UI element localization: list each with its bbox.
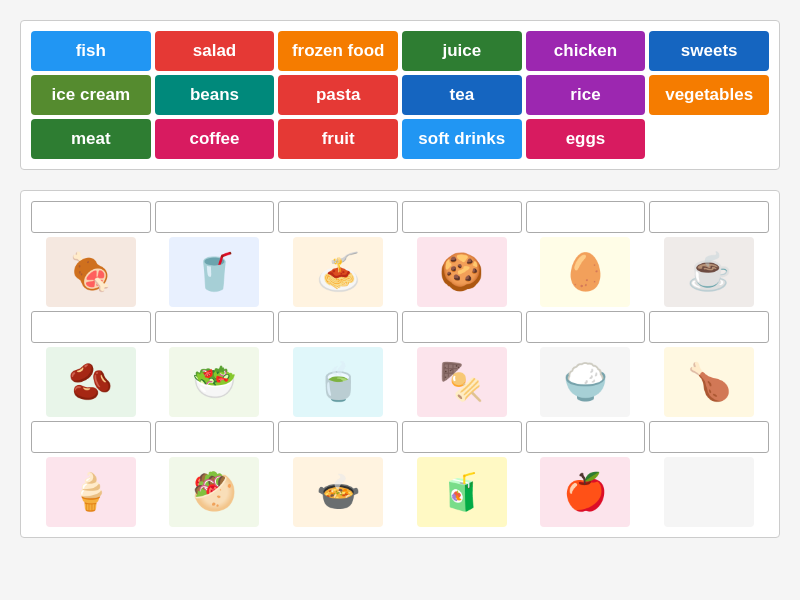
drop-box-r0-c1[interactable]: [155, 201, 275, 233]
food-image-r2-c5: [664, 457, 754, 527]
empty-chip: [649, 119, 769, 159]
word-bank: fishsaladfrozen foodjuicechickensweetsic…: [20, 20, 780, 170]
word-chip-salad[interactable]: salad: [155, 31, 275, 71]
word-chip-beans[interactable]: beans: [155, 75, 275, 115]
word-grid: fishsaladfrozen foodjuicechickensweetsic…: [31, 31, 769, 159]
drop-box-r1-c5[interactable]: [649, 311, 769, 343]
image-cell-r1-c5: 🍗: [649, 311, 769, 417]
word-chip-pasta[interactable]: pasta: [278, 75, 398, 115]
food-image-r1-c4: 🍚: [540, 347, 630, 417]
word-chip-frozen-food[interactable]: frozen food: [278, 31, 398, 71]
word-chip-coffee[interactable]: coffee: [155, 119, 275, 159]
word-chip-rice[interactable]: rice: [526, 75, 646, 115]
food-image-r1-c3: 🍢: [417, 347, 507, 417]
drop-box-r2-c4[interactable]: [526, 421, 646, 453]
food-image-r0-c0: 🍖: [46, 237, 136, 307]
drop-box-r2-c2[interactable]: [278, 421, 398, 453]
food-image-r0-c2: 🍝: [293, 237, 383, 307]
drop-box-r2-c3[interactable]: [402, 421, 522, 453]
food-image-r2-c1: 🥙: [169, 457, 259, 527]
drop-box-r1-c0[interactable]: [31, 311, 151, 343]
food-image-r2-c0: 🍦: [46, 457, 136, 527]
image-cell-r2-c4: 🍎: [526, 421, 646, 527]
drop-box-r0-c3[interactable]: [402, 201, 522, 233]
word-chip-tea[interactable]: tea: [402, 75, 522, 115]
word-chip-eggs[interactable]: eggs: [526, 119, 646, 159]
image-cell-r1-c2: 🍵: [278, 311, 398, 417]
image-cell-r1-c1: 🥗: [155, 311, 275, 417]
word-chip-meat[interactable]: meat: [31, 119, 151, 159]
drop-box-r1-c2[interactable]: [278, 311, 398, 343]
image-grid: 🍖🥤🍝🍪🥚☕🫘🥗🍵🍢🍚🍗🍦🥙🍲🧃🍎: [31, 201, 769, 527]
word-chip-sweets[interactable]: sweets: [649, 31, 769, 71]
word-chip-chicken[interactable]: chicken: [526, 31, 646, 71]
image-cell-r0-c0: 🍖: [31, 201, 151, 307]
drop-box-r0-c2[interactable]: [278, 201, 398, 233]
drop-box-r2-c5[interactable]: [649, 421, 769, 453]
word-chip-ice-cream[interactable]: ice cream: [31, 75, 151, 115]
drop-box-r1-c3[interactable]: [402, 311, 522, 343]
image-matching-area: 🍖🥤🍝🍪🥚☕🫘🥗🍵🍢🍚🍗🍦🥙🍲🧃🍎: [20, 190, 780, 538]
food-image-r0-c1: 🥤: [169, 237, 259, 307]
word-chip-fish[interactable]: fish: [31, 31, 151, 71]
word-chip-vegetables[interactable]: vegetables: [649, 75, 769, 115]
drop-box-r2-c1[interactable]: [155, 421, 275, 453]
food-image-r2-c2: 🍲: [293, 457, 383, 527]
image-cell-r0-c5: ☕: [649, 201, 769, 307]
image-cell-r2-c2: 🍲: [278, 421, 398, 527]
drop-box-r0-c0[interactable]: [31, 201, 151, 233]
image-cell-r2-c3: 🧃: [402, 421, 522, 527]
image-cell-r1-c0: 🫘: [31, 311, 151, 417]
drop-box-r2-c0[interactable]: [31, 421, 151, 453]
drop-box-r1-c1[interactable]: [155, 311, 275, 343]
food-image-r2-c3: 🧃: [417, 457, 507, 527]
drop-box-r1-c4[interactable]: [526, 311, 646, 343]
word-chip-juice[interactable]: juice: [402, 31, 522, 71]
word-chip-soft-drinks[interactable]: soft drinks: [402, 119, 522, 159]
image-cell-r1-c4: 🍚: [526, 311, 646, 417]
drop-box-r0-c5[interactable]: [649, 201, 769, 233]
image-cell-r0-c3: 🍪: [402, 201, 522, 307]
food-image-r0-c3: 🍪: [417, 237, 507, 307]
image-cell-r2-c0: 🍦: [31, 421, 151, 527]
food-image-r1-c5: 🍗: [664, 347, 754, 417]
drop-box-r0-c4[interactable]: [526, 201, 646, 233]
word-chip-fruit[interactable]: fruit: [278, 119, 398, 159]
image-cell-r0-c2: 🍝: [278, 201, 398, 307]
food-image-r0-c4: 🥚: [540, 237, 630, 307]
image-cell-r0-c1: 🥤: [155, 201, 275, 307]
image-cell-r0-c4: 🥚: [526, 201, 646, 307]
food-image-r2-c4: 🍎: [540, 457, 630, 527]
image-cell-r2-c1: 🥙: [155, 421, 275, 527]
food-image-r1-c1: 🥗: [169, 347, 259, 417]
image-cell-r2-c5: [649, 421, 769, 527]
image-cell-r1-c3: 🍢: [402, 311, 522, 417]
food-image-r1-c0: 🫘: [46, 347, 136, 417]
food-image-r1-c2: 🍵: [293, 347, 383, 417]
food-image-r0-c5: ☕: [664, 237, 754, 307]
